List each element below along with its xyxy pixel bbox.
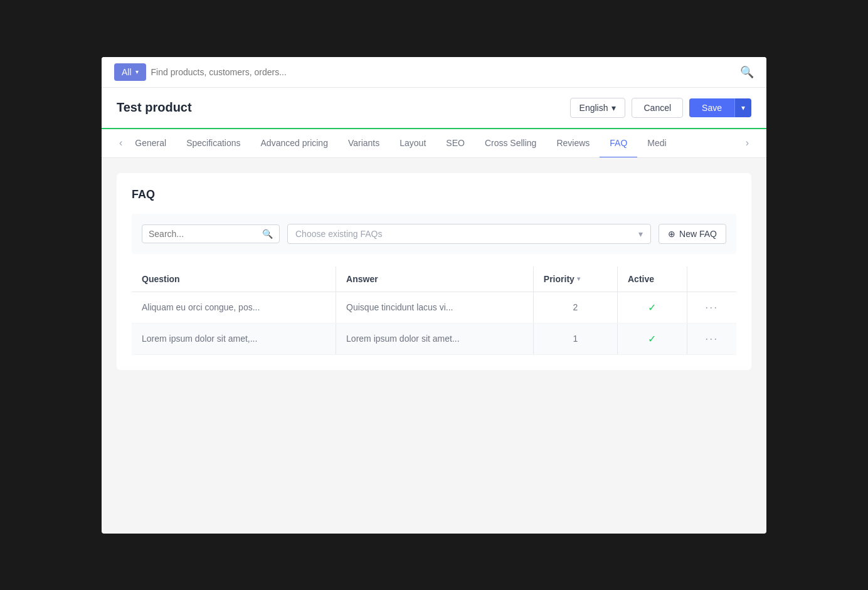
faq-table: Question Answer Priority ▾ Active — [132, 266, 736, 355]
table-row: Aliquam eu orci congue, pos... Quisque t… — [132, 292, 736, 323]
header-actions: English ▾ Cancel Save ▾ — [570, 98, 751, 118]
faq-section: FAQ 🔍 Choose existing FAQs ▾ ⊕ New FAQ — [117, 173, 751, 370]
cancel-button[interactable]: Cancel — [632, 98, 683, 118]
new-faq-label: New FAQ — [679, 229, 717, 239]
td-priority: 1 — [533, 323, 617, 354]
faq-search-icon: 🔍 — [262, 229, 273, 239]
language-label: English — [580, 103, 608, 113]
main-content: FAQ 🔍 Choose existing FAQs ▾ ⊕ New FAQ — [102, 158, 766, 385]
tab-advanced-pricing[interactable]: Advanced pricing — [251, 129, 338, 157]
global-search-input[interactable] — [151, 67, 735, 77]
app-window: All ▾ 🔍 Test product English ▾ Cancel Sa… — [102, 57, 766, 534]
save-button-group: Save ▾ — [689, 98, 751, 117]
th-priority-label: Priority — [544, 274, 574, 284]
plus-circle-icon: ⊕ — [668, 229, 675, 239]
td-active: ✓ — [617, 323, 687, 354]
th-active: Active — [617, 266, 687, 292]
active-check-icon: ✓ — [648, 334, 656, 344]
chevron-down-icon: ▾ — [638, 229, 643, 239]
tab-cross-selling[interactable]: Cross Selling — [475, 129, 546, 157]
td-question: Lorem ipsum dolor sit amet,... — [132, 323, 336, 354]
table-row: Lorem ipsum dolor sit amet,... Lorem ips… — [132, 323, 736, 354]
faq-search-box: 🔍 — [142, 224, 280, 243]
td-question: Aliquam eu orci congue, pos... — [132, 292, 336, 323]
tabs-list: General Specifications Advanced pricing … — [125, 129, 743, 157]
tab-seo[interactable]: SEO — [436, 129, 475, 157]
page-title: Test product — [117, 100, 192, 115]
chevron-down-icon: ▾ — [135, 68, 139, 75]
existing-faqs-placeholder: Choose existing FAQs — [295, 229, 383, 239]
td-active: ✓ — [617, 292, 687, 323]
tabs-bar: ‹ General Specifications Advanced pricin… — [102, 129, 766, 158]
existing-faqs-dropdown[interactable]: Choose existing FAQs ▾ — [287, 224, 651, 244]
th-question: Question — [132, 266, 336, 292]
chevron-down-icon: ▾ — [611, 103, 616, 113]
tab-prev-button[interactable]: ‹ — [117, 131, 125, 155]
tab-faq[interactable]: FAQ — [600, 129, 637, 157]
tab-next-button[interactable]: › — [743, 131, 751, 155]
th-priority[interactable]: Priority ▾ — [533, 266, 617, 292]
language-dropdown[interactable]: English ▾ — [570, 98, 626, 118]
td-answer: Quisque tincidunt lacus vi... — [336, 292, 534, 323]
tab-variants[interactable]: Variants — [338, 129, 389, 157]
all-dropdown[interactable]: All ▾ — [114, 63, 146, 81]
td-row-actions: ··· — [687, 292, 736, 323]
tab-layout[interactable]: Layout — [389, 129, 436, 157]
th-actions — [687, 266, 736, 292]
tab-specifications[interactable]: Specifications — [176, 129, 250, 157]
save-button[interactable]: Save — [689, 98, 734, 117]
save-dropdown-chevron[interactable]: ▾ — [734, 98, 751, 117]
all-label: All — [122, 67, 132, 77]
td-row-actions: ··· — [687, 323, 736, 354]
table-header-row: Question Answer Priority ▾ Active — [132, 266, 736, 292]
global-search-icon[interactable]: 🔍 — [740, 65, 754, 79]
tab-general[interactable]: General — [125, 129, 176, 157]
active-check-icon: ✓ — [648, 302, 656, 313]
tab-media[interactable]: Medi — [637, 129, 676, 157]
faq-controls: 🔍 Choose existing FAQs ▾ ⊕ New FAQ — [132, 214, 736, 254]
td-priority: 2 — [533, 292, 617, 323]
row-actions-button[interactable]: ··· — [705, 332, 718, 345]
row-actions-button[interactable]: ··· — [705, 301, 718, 313]
page-header: Test product English ▾ Cancel Save ▾ — [102, 88, 766, 129]
th-answer: Answer — [336, 266, 534, 292]
top-search-bar: All ▾ 🔍 — [102, 57, 766, 88]
faq-search-input[interactable] — [149, 229, 257, 239]
td-answer: Lorem ipsum dolor sit amet... — [336, 323, 534, 354]
faq-section-title: FAQ — [132, 188, 736, 201]
tab-reviews[interactable]: Reviews — [546, 129, 600, 157]
sort-icon: ▾ — [577, 275, 580, 282]
new-faq-button[interactable]: ⊕ New FAQ — [659, 224, 726, 244]
